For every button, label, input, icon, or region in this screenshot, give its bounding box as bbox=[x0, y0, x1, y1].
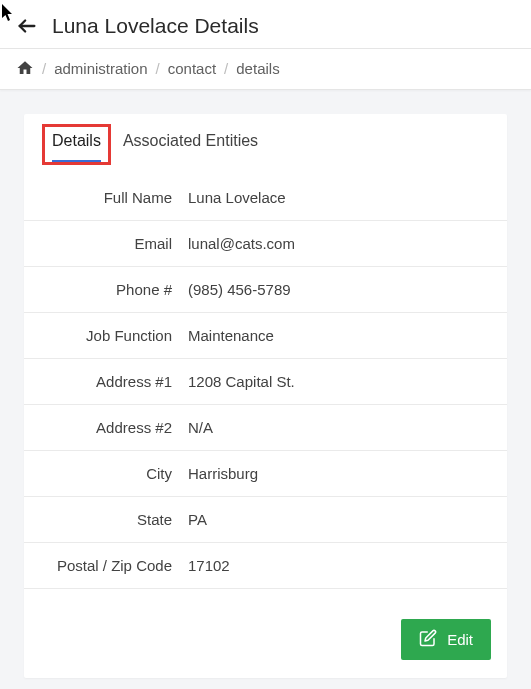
detail-row: Postal / Zip Code 17102 bbox=[24, 543, 507, 589]
breadcrumb-item-details[interactable]: details bbox=[236, 60, 279, 77]
detail-value: Maintenance bbox=[188, 327, 274, 344]
home-icon[interactable] bbox=[16, 59, 34, 77]
detail-row: City Harrisburg bbox=[24, 451, 507, 497]
details-list: Full Name Luna Lovelace Email lunal@cats… bbox=[24, 163, 507, 607]
detail-value: 1208 Capital St. bbox=[188, 373, 295, 390]
page-title: Luna Lovelace Details bbox=[52, 14, 259, 38]
detail-label: Address #1 bbox=[52, 373, 188, 390]
detail-label: City bbox=[52, 465, 188, 482]
detail-value: Luna Lovelace bbox=[188, 189, 286, 206]
detail-row: State PA bbox=[24, 497, 507, 543]
tab-associated-entities[interactable]: Associated Entities bbox=[123, 132, 258, 160]
detail-value: 17102 bbox=[188, 557, 230, 574]
detail-label: Address #2 bbox=[52, 419, 188, 436]
detail-row: Job Function Maintenance bbox=[24, 313, 507, 359]
detail-row: Address #1 1208 Capital St. bbox=[24, 359, 507, 405]
detail-row: Full Name Luna Lovelace bbox=[24, 171, 507, 221]
edit-button-label: Edit bbox=[447, 631, 473, 648]
tab-details[interactable]: Details bbox=[52, 132, 101, 163]
detail-value: PA bbox=[188, 511, 207, 528]
detail-label: Job Function bbox=[52, 327, 188, 344]
detail-row: Phone # (985) 456-5789 bbox=[24, 267, 507, 313]
breadcrumb-separator: / bbox=[224, 60, 228, 77]
tabs: Details Associated Entities bbox=[24, 114, 507, 163]
breadcrumb-item-contact[interactable]: contact bbox=[168, 60, 216, 77]
breadcrumb-separator: / bbox=[42, 60, 46, 77]
tab-associated-label: Associated Entities bbox=[123, 132, 258, 149]
edit-button[interactable]: Edit bbox=[401, 619, 491, 660]
breadcrumb-item-administration[interactable]: administration bbox=[54, 60, 147, 77]
details-card: Details Associated Entities Full Name Lu… bbox=[24, 114, 507, 678]
breadcrumb-separator: / bbox=[156, 60, 160, 77]
detail-value: N/A bbox=[188, 419, 213, 436]
detail-value: Harrisburg bbox=[188, 465, 258, 482]
detail-label: Phone # bbox=[52, 281, 188, 298]
detail-row: Email lunal@cats.com bbox=[24, 221, 507, 267]
edit-icon bbox=[419, 629, 437, 650]
detail-label: Full Name bbox=[52, 189, 188, 206]
breadcrumb: / administration / contact / details bbox=[0, 49, 531, 90]
detail-label: Email bbox=[52, 235, 188, 252]
tab-details-label: Details bbox=[52, 132, 101, 149]
detail-value: lunal@cats.com bbox=[188, 235, 295, 252]
card-footer: Edit bbox=[24, 607, 507, 678]
detail-row: Address #2 N/A bbox=[24, 405, 507, 451]
detail-label: Postal / Zip Code bbox=[52, 557, 188, 574]
detail-label: State bbox=[52, 511, 188, 528]
page-header: Luna Lovelace Details bbox=[0, 0, 531, 49]
back-arrow-icon[interactable] bbox=[16, 15, 38, 37]
detail-value: (985) 456-5789 bbox=[188, 281, 291, 298]
